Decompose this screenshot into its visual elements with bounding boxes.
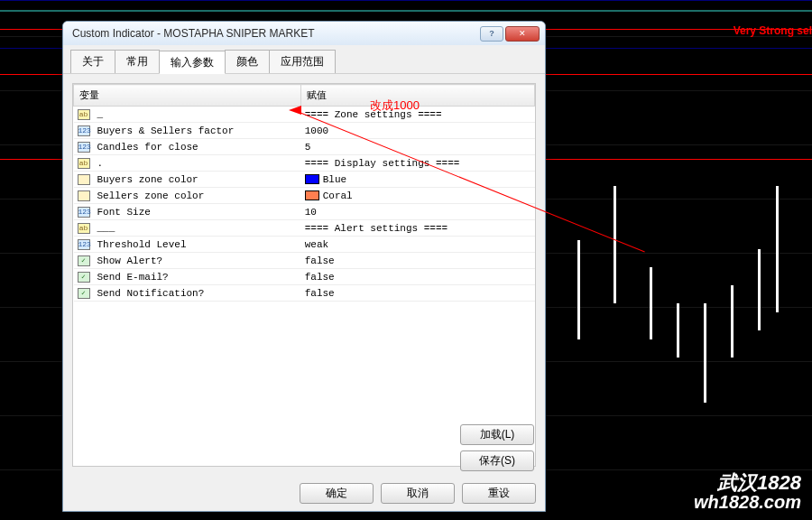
row-type-icon: ✓	[74, 253, 94, 269]
param-value[interactable]: weak	[301, 237, 535, 253]
dialog-content: 变量 赋值 ab_==== Zone settings ====123Buyer…	[63, 74, 545, 476]
param-name: Sellers zone color	[94, 188, 301, 204]
zone-label: Very Strong sel	[734, 24, 812, 37]
param-name: Send Notification?	[94, 285, 301, 302]
tab-colors[interactable]: 颜色	[225, 50, 270, 73]
cancel-button[interactable]: 取消	[381, 483, 455, 504]
tab-common[interactable]: 常用	[115, 50, 160, 73]
dialog-buttons: 确定 取消 重设	[63, 476, 545, 511]
table-row[interactable]: 123Candles for close5	[74, 139, 535, 155]
param-name: Send E-mail?	[94, 269, 301, 285]
row-type-icon: ✓	[74, 269, 94, 285]
param-name: .	[94, 155, 301, 172]
row-type-icon: ab	[74, 155, 94, 172]
reset-button[interactable]: 重设	[462, 483, 536, 504]
row-type-icon: 123	[74, 139, 94, 155]
col-value[interactable]: 赋值	[301, 85, 535, 107]
table-row[interactable]: ab___==== Alert settings ====	[74, 220, 535, 237]
table-row[interactable]: ab_==== Zone settings ====	[74, 107, 535, 123]
row-type-icon: 123	[74, 204, 94, 220]
color-swatch	[305, 190, 319, 200]
param-value[interactable]: Coral	[301, 188, 535, 204]
color-swatch	[305, 174, 319, 184]
row-type-icon: ab	[74, 220, 94, 237]
param-name: ___	[94, 220, 301, 237]
load-button[interactable]: 加载(L)	[460, 424, 534, 445]
table-row[interactable]: Sellers zone colorCoral	[74, 188, 535, 204]
table-row[interactable]: ✓Send Notification?false	[74, 285, 535, 302]
table-row[interactable]: ✓Show Alert?false	[74, 253, 535, 269]
custom-indicator-dialog: Custom Indicator - MOSTAPHA SNIPER MARKE…	[62, 21, 546, 512]
table-row[interactable]: 123Threshold Levelweak	[74, 237, 535, 253]
watermark-line2: wh1828.com	[694, 493, 801, 511]
param-value[interactable]: 1000	[301, 123, 535, 139]
param-name: Show Alert?	[94, 253, 301, 269]
row-type-icon	[74, 172, 94, 188]
table-row[interactable]: Buyers zone colorBlue	[74, 172, 535, 188]
tab-strip: 关于 常用 输入参数 颜色 应用范围	[63, 45, 545, 74]
param-name: _	[94, 107, 301, 123]
param-value[interactable]: ==== Alert settings ====	[301, 220, 535, 237]
inputs-table[interactable]: 变量 赋值 ab_==== Zone settings ====123Buyer…	[72, 83, 536, 467]
param-name: Buyers zone color	[94, 172, 301, 188]
row-type-icon	[74, 188, 94, 204]
row-type-icon: ✓	[74, 285, 94, 302]
ok-button[interactable]: 确定	[300, 483, 374, 504]
color-name: Blue	[323, 174, 346, 185]
close-button[interactable]: ✕	[505, 26, 540, 42]
chart-line	[0, 10, 812, 12]
save-button[interactable]: 保存(S)	[460, 450, 534, 471]
help-button[interactable]: ?	[480, 26, 503, 42]
param-value[interactable]: ==== Display settings ====	[301, 155, 535, 172]
table-row[interactable]: ab.==== Display settings ====	[74, 155, 535, 172]
chart-line	[0, 0, 812, 1]
param-name: Threshold Level	[94, 237, 301, 253]
color-name: Coral	[323, 190, 353, 201]
tab-inputs[interactable]: 输入参数	[159, 51, 226, 74]
param-value[interactable]: ==== Zone settings ====	[301, 107, 535, 123]
table-row[interactable]: 123Buyers & Sellers factor1000	[74, 123, 535, 139]
param-value[interactable]: 10	[301, 204, 535, 220]
param-value[interactable]: Blue	[301, 172, 535, 188]
tab-scope[interactable]: 应用范围	[269, 50, 336, 73]
param-name: Buyers & Sellers factor	[94, 123, 301, 139]
window-title: Custom Indicator - MOSTAPHA SNIPER MARKE…	[72, 27, 478, 40]
row-type-icon: 123	[74, 237, 94, 253]
watermark-line1: 武汉1828	[694, 473, 801, 493]
titlebar[interactable]: Custom Indicator - MOSTAPHA SNIPER MARKE…	[63, 22, 545, 45]
row-type-icon: ab	[74, 107, 94, 123]
table-row[interactable]: ✓Send E-mail?false	[74, 269, 535, 285]
param-value[interactable]: false	[301, 285, 535, 302]
row-type-icon: 123	[74, 123, 94, 139]
param-name: Font Size	[94, 204, 301, 220]
table-row[interactable]: 123Font Size10	[74, 204, 535, 220]
param-name: Candles for close	[94, 139, 301, 155]
col-variable[interactable]: 变量	[74, 85, 301, 107]
watermark: 武汉1828 wh1828.com	[694, 473, 801, 511]
param-value[interactable]: false	[301, 253, 535, 269]
param-value[interactable]: false	[301, 269, 535, 285]
param-value[interactable]: 5	[301, 139, 535, 155]
tab-about[interactable]: 关于	[70, 50, 115, 73]
